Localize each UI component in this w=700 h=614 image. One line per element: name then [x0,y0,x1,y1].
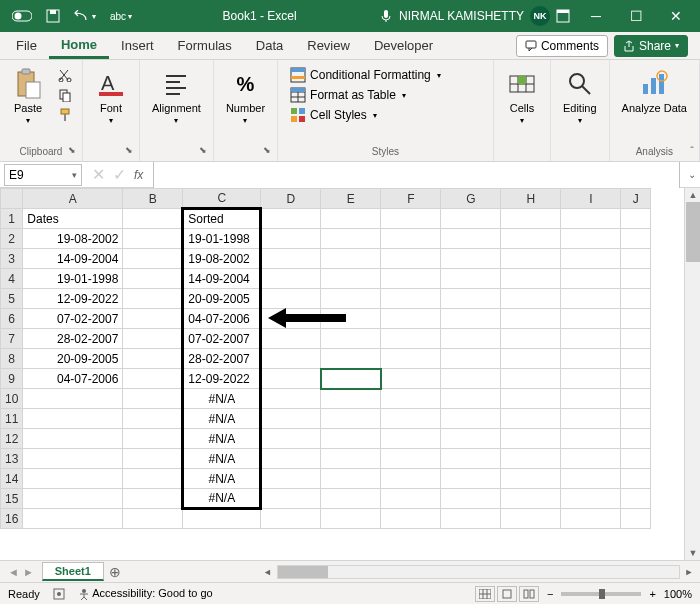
cell[interactable] [501,429,561,449]
enter-formula-icon[interactable]: ✓ [113,165,126,184]
cell[interactable]: Dates [23,209,123,229]
cell[interactable]: 07-02-2007 [23,309,123,329]
cell[interactable] [123,329,183,349]
cell[interactable] [441,289,501,309]
row-header[interactable]: 14 [1,469,23,489]
scroll-up-button[interactable]: ▲ [685,188,700,202]
select-all-button[interactable] [1,189,23,209]
cell[interactable] [123,389,183,409]
cell[interactable] [561,289,621,309]
col-header[interactable]: D [261,189,321,209]
cell[interactable] [123,349,183,369]
vertical-scrollbar[interactable]: ▲ ▼ [684,188,700,560]
cell-styles-button[interactable]: Cell Styles▾ [288,106,443,124]
scroll-down-button[interactable]: ▼ [685,546,700,560]
undo-button[interactable]: ▾ [70,8,100,24]
cancel-formula-icon[interactable]: ✕ [92,165,105,184]
new-sheet-button[interactable]: ⊕ [104,564,126,580]
cell[interactable] [441,409,501,429]
row-header[interactable]: 16 [1,509,23,529]
scroll-left-button[interactable]: ◄ [261,567,275,577]
cell[interactable] [123,469,183,489]
cell[interactable] [23,509,123,529]
cell[interactable] [501,249,561,269]
col-header[interactable]: I [561,189,621,209]
cell[interactable] [381,489,441,509]
row-header[interactable]: 3 [1,249,23,269]
page-layout-button[interactable] [497,586,517,602]
cell[interactable] [321,329,381,349]
cell[interactable] [123,429,183,449]
cell[interactable] [123,269,183,289]
normal-view-button[interactable] [475,586,495,602]
comments-button[interactable]: Comments [516,35,608,57]
font-dropdown[interactable]: A Font ▾ [89,64,133,129]
microphone-icon[interactable] [379,9,393,23]
macro-record-icon[interactable] [52,587,66,601]
tab-home[interactable]: Home [49,33,109,59]
page-break-button[interactable] [519,586,539,602]
cell[interactable]: Sorted [183,209,261,229]
cell[interactable] [123,449,183,469]
zoom-out-button[interactable]: − [547,588,553,600]
cell[interactable] [621,329,651,349]
tab-formulas[interactable]: Formulas [166,34,244,57]
cell[interactable] [261,249,321,269]
cell[interactable] [23,469,123,489]
cell[interactable] [621,349,651,369]
col-header[interactable]: G [441,189,501,209]
cell[interactable]: 14-09-2004 [23,249,123,269]
name-box[interactable]: E9▾ [4,164,82,186]
cell[interactable] [23,409,123,429]
cell[interactable] [321,509,381,529]
expand-formula-bar-button[interactable]: ⌄ [684,169,700,180]
cell[interactable] [501,349,561,369]
row-header[interactable]: 9 [1,369,23,389]
cell[interactable] [441,389,501,409]
cell[interactable] [381,209,441,229]
cell[interactable] [621,449,651,469]
cell[interactable] [621,509,651,529]
cell[interactable] [381,449,441,469]
cell[interactable]: #N/A [183,469,261,489]
cell[interactable] [381,329,441,349]
cell[interactable]: 19-08-2002 [23,229,123,249]
sheet-nav-prev[interactable]: ◄ [8,566,19,578]
cell[interactable] [441,429,501,449]
cell[interactable] [381,229,441,249]
cells-dropdown[interactable]: Cells ▾ [500,64,544,129]
editing-dropdown[interactable]: Editing ▾ [557,64,603,129]
col-header[interactable]: B [123,189,183,209]
cell[interactable] [561,309,621,329]
col-header[interactable]: H [501,189,561,209]
cell[interactable] [501,269,561,289]
cell[interactable] [441,369,501,389]
cell[interactable] [441,269,501,289]
cell[interactable] [23,449,123,469]
cell[interactable] [123,229,183,249]
cell[interactable]: 12-09-2022 [183,369,261,389]
cell[interactable] [621,389,651,409]
horizontal-scrollbar[interactable]: ◄ ► [257,565,701,579]
cell[interactable] [561,349,621,369]
cell[interactable]: 19-08-2002 [183,249,261,269]
cell[interactable] [381,429,441,449]
cell[interactable] [441,509,501,529]
cell[interactable] [261,329,321,349]
cell[interactable] [621,469,651,489]
cell[interactable] [561,509,621,529]
number-dropdown[interactable]: % Number ▾ [220,64,271,129]
row-header[interactable]: 10 [1,389,23,409]
zoom-slider[interactable] [561,592,641,596]
number-launcher[interactable]: ⬊ [263,145,271,155]
tab-insert[interactable]: Insert [109,34,166,57]
tab-data[interactable]: Data [244,34,295,57]
cell[interactable] [381,309,441,329]
cell[interactable] [501,229,561,249]
cell[interactable] [321,209,381,229]
cell[interactable] [123,249,183,269]
row-header[interactable]: 15 [1,489,23,509]
cell[interactable] [123,209,183,229]
minimize-button[interactable]: ─ [576,0,616,32]
cell[interactable] [501,309,561,329]
